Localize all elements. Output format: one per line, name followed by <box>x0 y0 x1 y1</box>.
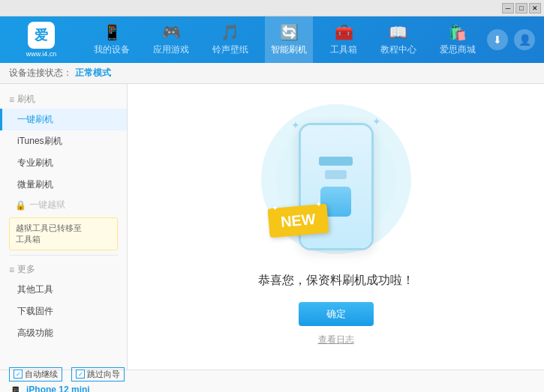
sidebar-item-pro-flash[interactable]: 专业刷机 <box>0 152 127 174</box>
nav-toolbox-label: 工具箱 <box>330 43 357 56</box>
logo-url: www.i4.cn <box>26 50 57 58</box>
jailbreak-disabled-item: 🔒 一键越狱 <box>0 196 127 214</box>
sidebar-item-advanced[interactable]: 高级功能 <box>0 322 127 344</box>
sidebar-divider <box>9 255 118 256</box>
nav-my-device-label: 我的设备 <box>94 43 130 56</box>
sidebar-item-download-firmware[interactable]: 下载固件 <box>0 301 127 322</box>
sidebar-item-itunes-flash[interactable]: iTunes刷机 <box>0 130 127 152</box>
sidebar-item-wipe-flash[interactable]: 微量刷机 <box>0 174 127 196</box>
phone-bar-1 <box>319 157 352 166</box>
device-row: 📱 iPhone 12 mini 64GB Down-12mini-13,1 <box>9 385 535 393</box>
more-section-icon: ≡ <box>9 265 14 275</box>
new-badge-text: NEW <box>280 211 316 230</box>
sparkle-top-right: ✦ <box>372 115 381 127</box>
skip-wizard-label: 跳过向导 <box>87 369 120 380</box>
sparkle-top-left: ✦ <box>291 119 300 131</box>
phone-illustration: ✦ NEW ✦ ✦ ✦ <box>276 108 396 258</box>
download-button[interactable]: ⬇ <box>487 29 508 50</box>
bottom-left-section: ✓ 自动继续 ✓ 跳过向导 📱 iPhone 12 mini 64GB Down… <box>9 367 535 393</box>
window-controls: ─ □ ✕ <box>502 3 541 13</box>
app-header: 爱 www.i4.cn 📱 我的设备 🎮 应用游戏 🎵 铃声壁纸 🔄 智能刷机 … <box>0 16 544 63</box>
itunes-flash-label: iTunes刷机 <box>17 136 62 146</box>
one-click-flash-label: 一键刷机 <box>17 114 53 124</box>
nav-my-device[interactable]: 📱 我的设备 <box>88 16 136 63</box>
nav-shop[interactable]: 🛍️ 爱思商城 <box>434 16 482 63</box>
user-button[interactable]: 👤 <box>514 29 535 50</box>
toolbox-icon: 🧰 <box>335 23 353 41</box>
confirm-button[interactable]: 确定 <box>299 302 374 326</box>
advanced-label: 高级功能 <box>17 328 53 338</box>
app-logo-icon: 爱 <box>28 22 55 49</box>
restore-button[interactable]: □ <box>515 3 527 13</box>
sidebar-item-other-tools[interactable]: 其他工具 <box>0 279 127 301</box>
more-section-text: 更多 <box>17 263 35 276</box>
skip-wizard-checkbox[interactable]: ✓ 跳过向导 <box>71 367 125 382</box>
skip-wizard-checkbox-box: ✓ <box>76 370 85 379</box>
nav-toolbox[interactable]: 🧰 工具箱 <box>324 16 363 63</box>
device-details: iPhone 12 mini 64GB Down-12mini-13,1 <box>26 385 90 393</box>
tutorial-icon: 📖 <box>389 23 407 41</box>
header-right-area: ⬇ 👤 <box>487 29 544 50</box>
download-firmware-label: 下载固件 <box>17 306 53 316</box>
nav-ringtone-label: 铃声壁纸 <box>212 43 248 56</box>
device-phone-icon: 📱 <box>9 386 22 393</box>
sparkle-right: ✦ <box>315 200 322 208</box>
flash-section-icon: ≡ <box>9 94 14 105</box>
device-name: iPhone 12 mini <box>26 385 90 393</box>
device-info-bar: ✓ 自动继续 ✓ 跳过向导 📱 iPhone 12 mini 64GB Down… <box>0 370 544 392</box>
sidebar: ≡ 刷机 一键刷机 iTunes刷机 专业刷机 微量刷机 🔒 一键越狱 越狱工具… <box>0 84 128 370</box>
auto-continue-checkbox-box: ✓ <box>14 370 23 379</box>
other-tools-label: 其他工具 <box>17 284 53 295</box>
new-badge: ✦ NEW ✦ <box>267 203 329 238</box>
jailbreak-label: 一键越狱 <box>29 199 65 211</box>
phone-bar-2 <box>325 170 347 179</box>
jailbreak-notice: 越狱工具已转移至工具箱 <box>9 217 118 250</box>
nav-bar: 📱 我的设备 🎮 应用游戏 🎵 铃声壁纸 🔄 智能刷机 🧰 工具箱 📖 教程中心… <box>83 16 487 63</box>
pro-flash-label: 专业刷机 <box>17 157 53 168</box>
connection-label: 设备连接状态： <box>9 67 72 79</box>
lock-icon: 🔒 <box>15 200 26 211</box>
more-section-label: ≡ 更多 <box>0 260 127 279</box>
nav-shop-label: 爱思商城 <box>440 43 476 56</box>
close-button[interactable]: ✕ <box>529 3 541 13</box>
nav-tutorial-label: 教程中心 <box>380 43 416 56</box>
notice-text: 越狱工具已转移至工具箱 <box>16 223 82 244</box>
nav-apps-games[interactable]: 🎮 应用游戏 <box>147 16 195 63</box>
my-device-icon: 📱 <box>103 23 122 41</box>
view-log-link[interactable]: 查看日志 <box>318 334 354 346</box>
ringtone-icon: 🎵 <box>221 23 239 41</box>
sidebar-item-one-click-flash[interactable]: 一键刷机 <box>0 109 127 130</box>
content-area: ≡ 刷机 一键刷机 iTunes刷机 专业刷机 微量刷机 🔒 一键越狱 越狱工具… <box>0 84 544 370</box>
nav-apps-games-label: 应用游戏 <box>153 43 189 56</box>
nav-tutorial[interactable]: 📖 教程中心 <box>374 16 422 63</box>
shop-icon: 🛍️ <box>448 23 467 41</box>
nav-smart-flash[interactable]: 🔄 智能刷机 <box>265 16 313 63</box>
connection-bar: 设备连接状态： 正常模式 <box>0 63 544 84</box>
main-content-panel: ✦ NEW ✦ ✦ ✦ 恭喜您，保资料刷机成功啦！ 确定 查看日志 <box>128 84 544 370</box>
nav-smart-flash-label: 智能刷机 <box>271 43 307 56</box>
smart-flash-icon: 🔄 <box>280 23 299 41</box>
logo-area: 爱 www.i4.cn <box>0 22 83 58</box>
auto-continue-label: 自动继续 <box>25 369 58 380</box>
flash-section-text: 刷机 <box>17 93 35 106</box>
flash-section-label: ≡ 刷机 <box>0 90 127 109</box>
nav-ringtone-wallpaper[interactable]: 🎵 铃声壁纸 <box>206 16 254 63</box>
success-message: 恭喜您，保资料刷机成功啦！ <box>258 273 414 289</box>
auto-continue-checkbox[interactable]: ✓ 自动继续 <box>9 367 62 382</box>
wipe-flash-label: 微量刷机 <box>17 179 53 190</box>
connection-status: 正常模式 <box>75 67 111 79</box>
title-bar: ─ □ ✕ <box>0 0 544 16</box>
apps-games-icon: 🎮 <box>162 23 181 41</box>
minimize-button[interactable]: ─ <box>502 3 514 13</box>
sparkle-left: ✦ <box>271 204 278 212</box>
